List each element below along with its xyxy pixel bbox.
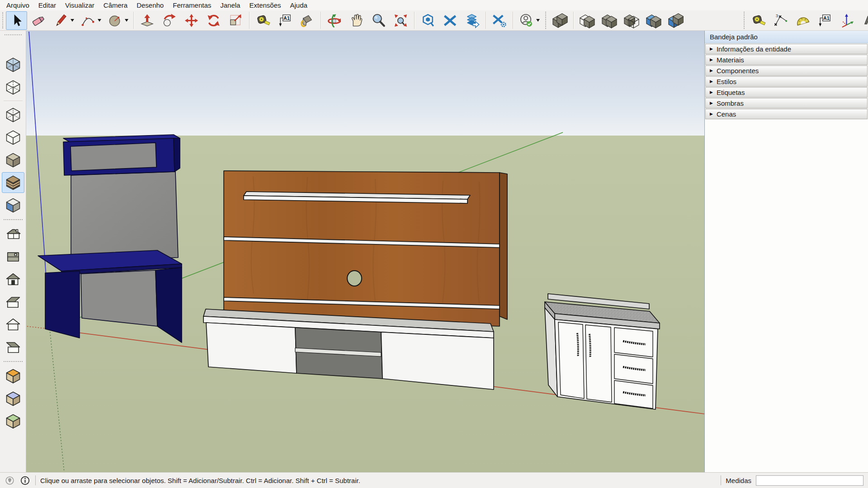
toolbar-separator: [513, 12, 513, 29]
geolocation-icon[interactable]: [4, 475, 15, 486]
style-back-edges-icon: [4, 78, 22, 96]
info-icon[interactable]: [19, 475, 31, 486]
view-right-icon: [4, 293, 22, 311]
section-display-planes-button[interactable]: [2, 388, 24, 409]
follow-me-button[interactable]: [159, 11, 180, 30]
view-front-icon: [4, 270, 22, 288]
tray-section-etiquetas[interactable]: ▶Etiquetas: [705, 87, 868, 98]
protractor-icon: [795, 13, 811, 28]
view-iso-button[interactable]: [2, 224, 24, 244]
model-viewport[interactable]: [26, 31, 704, 472]
paint-bucket-button[interactable]: [297, 11, 318, 30]
left-toolbar-grip: [5, 34, 22, 36]
solid-intersect-button[interactable]: [576, 11, 598, 30]
view-right-button[interactable]: [2, 291, 24, 312]
kitchen-cabinet[interactable]: [545, 294, 660, 409]
tray-section-materiais[interactable]: ▶Materiais: [705, 55, 868, 65]
style-wireframe-button[interactable]: [2, 104, 24, 125]
tray-section-componentes[interactable]: ▶Componentes: [705, 66, 868, 76]
style-shaded-button[interactable]: [2, 150, 24, 170]
menu-arquivo[interactable]: Arquivo: [2, 0, 34, 10]
text-annotation-button[interactable]: A1: [274, 11, 296, 30]
section-display-cuts-button[interactable]: [2, 411, 24, 432]
menu-camera[interactable]: Câmera: [99, 0, 132, 10]
chevron-down-icon: [98, 19, 101, 22]
push-pull-icon: [139, 13, 155, 28]
text-3d-button[interactable]: [859, 11, 868, 30]
menu-editar[interactable]: Editar: [34, 0, 61, 10]
tape-measure-construction-button[interactable]: [748, 11, 769, 30]
scale-icon: [228, 13, 244, 28]
solid-outer-shell-button[interactable]: [549, 11, 571, 30]
view-left-icon: [4, 338, 22, 356]
warehouse-3d-icon: [420, 13, 436, 28]
status-hint: Clique ou arraste para selecionar objeto…: [40, 477, 360, 484]
extension-manager-button[interactable]: [489, 11, 510, 30]
pencil-line-button[interactable]: [50, 11, 76, 30]
menu-ajuda[interactable]: Ajuda: [286, 0, 312, 10]
tray-section-sombras[interactable]: ▶Sombras: [705, 98, 868, 108]
menu-visualizar[interactable]: Visualizar: [61, 0, 99, 10]
measures-separator: [721, 475, 721, 485]
style-hidden-line-button[interactable]: [2, 127, 24, 148]
shapes-circle-button[interactable]: [104, 11, 131, 30]
tray-section-informacoes-da-entidade[interactable]: ▶Informações da entidade: [705, 44, 868, 54]
eraser-button[interactable]: [28, 11, 49, 30]
toolbar-separator: [133, 12, 134, 29]
push-pull-button[interactable]: [137, 11, 158, 30]
section-plane-button[interactable]: [2, 366, 24, 386]
style-xray-button[interactable]: [2, 54, 24, 75]
main-toolbar: A13A1: [0, 10, 868, 31]
left-toolbar-separator: [4, 101, 23, 101]
menu-extensoes[interactable]: Extensões: [245, 0, 285, 10]
warehouse-3d-button[interactable]: [417, 11, 439, 30]
viewport-canvas[interactable]: [26, 31, 704, 472]
text-3d-icon: [861, 13, 868, 28]
scale-button[interactable]: [225, 11, 246, 30]
eraser-icon: [31, 13, 47, 28]
text-construction-button[interactable]: A1: [814, 11, 835, 30]
orbit-button[interactable]: [324, 11, 345, 30]
view-top-button[interactable]: [2, 246, 24, 267]
solid-outer-shell-icon: [552, 13, 568, 28]
solid-subtract-button[interactable]: [621, 11, 642, 30]
svg-text:3: 3: [776, 13, 778, 18]
style-hidden-line-icon: [4, 128, 22, 146]
share-model-icon: [464, 13, 480, 28]
share-model-button[interactable]: [462, 11, 483, 30]
view-back-button[interactable]: [2, 314, 24, 335]
dimension-button[interactable]: 3: [770, 11, 791, 30]
tray-section-cenas[interactable]: ▶Cenas: [705, 109, 868, 119]
style-back-edges-button[interactable]: [2, 77, 24, 98]
view-front-button[interactable]: [2, 269, 24, 290]
menu-janela[interactable]: Janela: [216, 0, 245, 10]
tray-section-estilos[interactable]: ▶Estilos: [705, 76, 868, 87]
toolbar-separator: [249, 12, 250, 29]
zoom-extents-button[interactable]: [390, 11, 411, 30]
disclosure-triangle-icon: ▶: [710, 69, 713, 73]
menu-ferramentas[interactable]: Ferramentas: [168, 0, 216, 10]
arc-icon: [80, 13, 96, 28]
tape-measure-button[interactable]: [252, 11, 274, 30]
pan-hand-button[interactable]: [346, 11, 367, 30]
arc-button[interactable]: [77, 11, 104, 30]
axes-button[interactable]: [836, 11, 858, 30]
style-shaded-textures-button[interactable]: [2, 172, 24, 193]
select-button[interactable]: [6, 11, 27, 30]
protractor-button[interactable]: [792, 11, 813, 30]
solid-union-button[interactable]: [599, 11, 620, 30]
account-button[interactable]: [516, 11, 542, 30]
solid-split-button[interactable]: [665, 11, 686, 30]
section-plane-icon: [4, 367, 22, 385]
move-button[interactable]: [181, 11, 202, 30]
style-monochrome-button[interactable]: [2, 195, 24, 216]
extension-warehouse-button[interactable]: [439, 11, 461, 30]
view-left-button[interactable]: [2, 337, 24, 357]
measures-input[interactable]: [756, 475, 863, 486]
menu-desenho[interactable]: Desenho: [132, 0, 168, 10]
rotate-button[interactable]: [203, 11, 224, 30]
solid-trim-button[interactable]: [643, 11, 664, 30]
tv-wall-panel[interactable]: [224, 171, 507, 326]
chevron-down-icon: [536, 19, 540, 22]
zoom-button[interactable]: [368, 11, 389, 30]
